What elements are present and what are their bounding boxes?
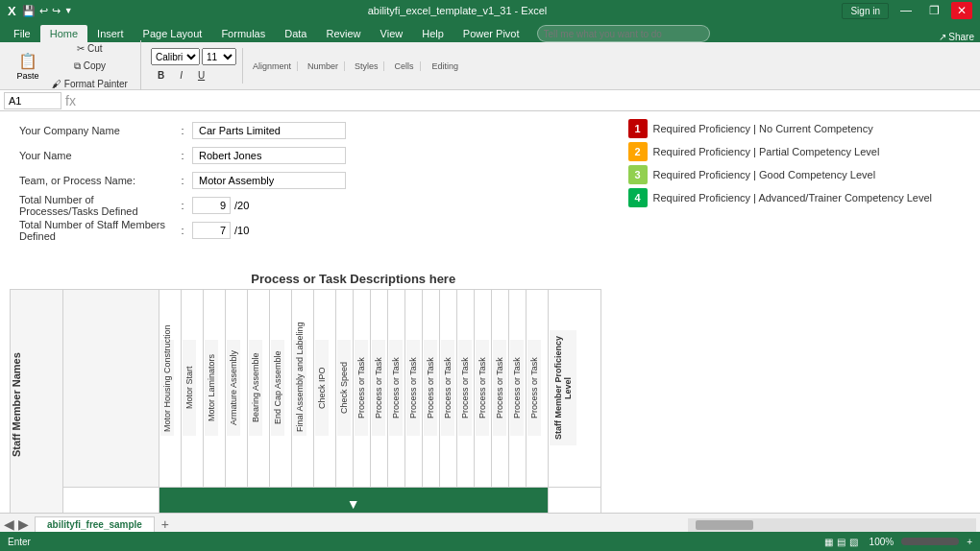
legend-section: 1 Required Proficiency | No Current Comp… [628, 119, 932, 207]
formula-separator: fx [65, 93, 76, 108]
font-size-select[interactable]: 11 [202, 48, 236, 65]
restore-button[interactable]: ❐ [923, 2, 945, 19]
process-count-row: Total Number of Processes/Tasks Defined … [19, 194, 346, 217]
staff-count-label: Total Number of Staff Members Defined [19, 219, 173, 242]
legend-text-2: Required Proficiency | Partial Competenc… [653, 146, 880, 157]
editing-group: Editing [425, 61, 459, 71]
zoom-slider[interactable] [901, 538, 959, 545]
add-sheet-button[interactable]: + [157, 516, 174, 532]
title-bar: X 💾 ↩ ↪ ▼ abilityfi_excel_template_v1_31… [0, 0, 980, 21]
title-bar-left: X 💾 ↩ ↪ ▼ [8, 4, 73, 18]
legend-text-1: Required Proficiency | No Current Compet… [653, 123, 873, 134]
staff-count-value[interactable]: 7 [192, 222, 231, 239]
window-title: abilityfi_excel_template_v1_31 - Excel [73, 5, 843, 16]
legend-badge-1: 1 [628, 119, 648, 138]
number-group: Number [302, 61, 345, 71]
legend-item-2: 2 Required Proficiency | Partial Compete… [628, 142, 932, 161]
legend-text-3: Required Proficiency | Good Competency L… [653, 169, 876, 180]
alignment-group: Alignment [247, 61, 298, 71]
tab-formulas[interactable]: Formulas [211, 25, 275, 42]
skills-matrix-table: Process or Task Descriptions here Staff … [10, 270, 601, 513]
company-label: Your Company Name [19, 125, 173, 136]
styles-group: Styles [349, 61, 385, 71]
quick-access: 💾 ↩ ↪ ▼ [22, 5, 73, 17]
redo-icon[interactable]: ↪ [52, 5, 61, 17]
tab-review[interactable]: Review [316, 25, 370, 42]
search-input[interactable] [537, 25, 710, 42]
name-value[interactable]: Robert Jones [192, 147, 346, 164]
process-total: /20 [234, 200, 249, 211]
sign-in-button[interactable]: Sign in [842, 3, 889, 19]
team-label: Team, or Process Name: [19, 175, 173, 186]
status-left: Enter [8, 537, 31, 547]
status-right: ▦ ▤ ▧ 100% + [824, 537, 972, 547]
font-group: Calibri 11 B I U [145, 48, 243, 84]
tab-page-layout[interactable]: Page Layout [134, 25, 212, 42]
empty-arrow-end [548, 488, 600, 513]
sheet-tab-active[interactable]: abilityfi_free_sample [35, 516, 155, 532]
legend-item-4: 4 Required Proficiency | Advanced/Traine… [628, 188, 932, 207]
page-break-view-icon[interactable]: ▧ [849, 537, 858, 547]
legend-text-4: Required Proficiency | Advanced/Trainer … [653, 192, 932, 204]
font-family-select[interactable]: Calibri [151, 48, 200, 65]
normal-view-icon[interactable]: ▦ [824, 537, 833, 547]
table-container[interactable]: Process or Task Descriptions here Staff … [10, 270, 970, 513]
proficiency-header: Staff Member Proficiency Level [548, 289, 600, 488]
cells-group: Cells [388, 61, 420, 71]
ribbon-content: 📋 Paste ✂ Cut ⧉ Copy 🖌 Format Painter Ca… [0, 42, 980, 90]
name-box[interactable] [4, 92, 61, 109]
process-count-label: Total Number of Processes/Tasks Defined [19, 194, 173, 217]
tab-view[interactable]: View [371, 25, 413, 42]
undo-icon[interactable]: ↩ [39, 5, 48, 17]
underline-button[interactable]: U [191, 67, 211, 84]
app-wrapper: X 💾 ↩ ↪ ▼ abilityfi_excel_template_v1_31… [0, 0, 980, 551]
name-label: Your Name [19, 150, 173, 161]
staff-total: /10 [234, 225, 249, 236]
minimize-button[interactable]: — [894, 2, 918, 19]
staff-count-row: Total Number of Staff Members Defined : … [19, 219, 346, 242]
legend-badge-4: 4 [628, 188, 648, 207]
zoom-level: 100% [870, 537, 894, 547]
format-painter-button[interactable]: 🖌 Format Painter [45, 76, 135, 92]
quick-access-dropdown[interactable]: ▼ [64, 6, 73, 15]
horizontal-scrollbar[interactable] [688, 518, 976, 532]
close-button[interactable]: ✕ [951, 2, 972, 19]
formula-input[interactable] [80, 95, 976, 107]
tab-power-pivot[interactable]: Power Pivot [453, 25, 529, 42]
save-icon[interactable]: 💾 [22, 5, 36, 17]
tab-help[interactable]: Help [412, 25, 453, 42]
legend-badge-2: 2 [628, 142, 648, 161]
ribbon-tabs: File Home Insert Page Layout Formulas Da… [0, 21, 980, 42]
team-value[interactable]: Motor Assembly [192, 172, 346, 189]
company-row: Your Company Name : Car Parts Limited [19, 119, 346, 142]
paste-button[interactable]: 📋 [13, 51, 42, 71]
team-row: Team, or Process Name: : Motor Assembly [19, 169, 346, 192]
italic-button[interactable]: I [173, 67, 189, 84]
column-header-row: Staff Member Names Motor Housing Constru… [11, 289, 601, 488]
empty-arrow-cell [62, 488, 159, 513]
tab-data[interactable]: Data [275, 25, 316, 42]
spreadsheet-content: Your Company Name : Car Parts Limited Yo… [0, 111, 980, 513]
arrow-row: ▼ [11, 488, 601, 513]
page-layout-view-icon[interactable]: ▤ [837, 537, 845, 547]
zoom-in-button[interactable]: + [967, 537, 972, 547]
excel-logo: X [8, 4, 16, 18]
cut-button[interactable]: ✂ Cut [45, 40, 135, 57]
empty-end-cell [548, 270, 600, 289]
share-button[interactable]: ↗ Share [933, 32, 980, 42]
formula-bar: fx [0, 90, 980, 111]
copy-button[interactable]: ⧉ Copy [45, 58, 135, 75]
legend-item-1: 1 Required Proficiency | No Current Comp… [628, 119, 932, 138]
scroll-tabs-left[interactable]: ◀ [4, 516, 14, 532]
company-value[interactable]: Car Parts Limited [192, 122, 346, 139]
status-bar: Enter ▦ ▤ ▧ 100% + [0, 532, 980, 551]
title-bar-right: Sign in — ❐ ✕ [842, 2, 972, 19]
empty-title-cell [11, 270, 159, 289]
staff-member-names-label: Staff Member Names [11, 289, 63, 513]
scroll-tabs-right[interactable]: ▶ [18, 516, 29, 532]
title-row: Process or Task Descriptions here [11, 270, 601, 289]
bold-button[interactable]: B [151, 67, 171, 84]
empty-name-header [62, 289, 159, 488]
legend-badge-3: 3 [628, 165, 648, 184]
process-count-value[interactable]: 9 [192, 197, 231, 214]
